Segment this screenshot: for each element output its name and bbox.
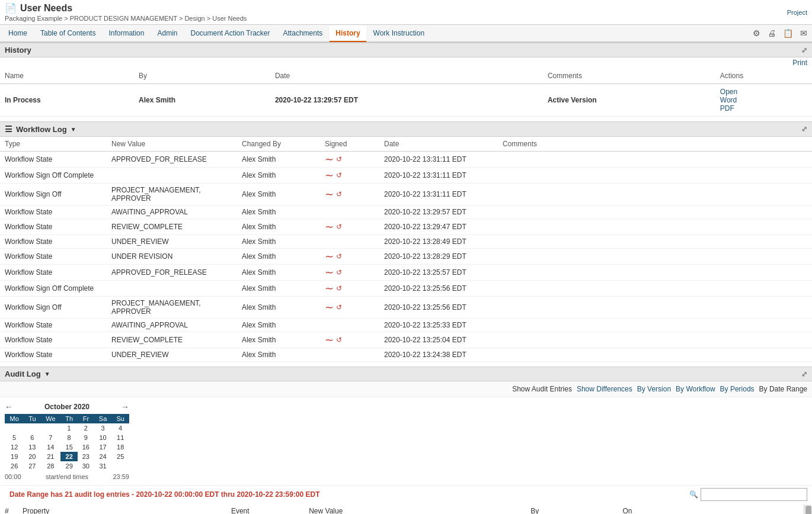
cal-day[interactable]: 28 bbox=[40, 461, 60, 471]
cal-day[interactable]: 31 bbox=[94, 461, 112, 471]
cal-day[interactable]: 22 bbox=[60, 452, 78, 461]
nav-information[interactable]: Information bbox=[103, 25, 150, 41]
history-table: Name By Date Comments Actions In Process… bbox=[0, 68, 812, 117]
wf-date: 2020-10-22 13:25:33 EDT bbox=[379, 319, 498, 332]
cal-day[interactable] bbox=[111, 461, 129, 471]
audit-col-newval[interactable]: New Value bbox=[304, 505, 526, 514]
wf-date: 2020-10-22 13:25:57 EDT bbox=[379, 265, 498, 281]
cal-day[interactable]: 16 bbox=[78, 442, 94, 452]
wf-comments bbox=[498, 319, 812, 332]
audit-col-by[interactable]: By bbox=[526, 505, 618, 514]
print-link[interactable]: Print bbox=[792, 59, 807, 67]
cal-day[interactable]: 29 bbox=[60, 461, 78, 471]
nav-icon-print[interactable]: 🖨 bbox=[765, 27, 778, 39]
cal-day[interactable]: 11 bbox=[111, 433, 129, 442]
wf-type: Workflow State bbox=[0, 235, 107, 249]
nav-icon-export[interactable]: 📋 bbox=[781, 27, 795, 39]
history-expand-icon[interactable]: ⤢ bbox=[801, 46, 807, 54]
cal-day[interactable]: 1 bbox=[60, 423, 78, 433]
calendar-prev[interactable]: ← bbox=[5, 402, 13, 412]
nav-home[interactable]: Home bbox=[2, 25, 33, 41]
search-input[interactable] bbox=[701, 488, 807, 501]
wf-type: Workflow State bbox=[0, 332, 107, 348]
cal-day-header: Su bbox=[111, 414, 129, 423]
show-differences-link[interactable]: Show Differences bbox=[577, 385, 632, 393]
wf-new-value: PROJECT_MANAGEMENT, APPROVER bbox=[107, 184, 237, 205]
cal-day[interactable]: 14 bbox=[40, 442, 60, 452]
workflow-dropdown-icon[interactable]: ▼ bbox=[71, 126, 76, 133]
cal-day[interactable] bbox=[5, 423, 24, 433]
audit-controls: Show Audit Entries Show Differences By V… bbox=[0, 381, 812, 397]
cal-day[interactable]: 30 bbox=[78, 461, 94, 471]
nav-icon-filter[interactable]: ⚙ bbox=[750, 27, 763, 39]
wf-type: Workflow State bbox=[0, 348, 107, 362]
cal-day[interactable]: 10 bbox=[94, 433, 112, 442]
calendar-next[interactable]: → bbox=[121, 402, 129, 412]
wf-date: 2020-10-22 13:29:47 EDT bbox=[379, 219, 498, 235]
cal-day[interactable]: 17 bbox=[94, 442, 112, 452]
audit-col-on[interactable]: On bbox=[618, 505, 812, 514]
scrollbar[interactable] bbox=[804, 505, 812, 514]
cal-day[interactable]: 25 bbox=[111, 452, 129, 461]
history-section: History ⤢ Print Name By Date Comments Ac… bbox=[0, 43, 812, 117]
workflow-row: Workflow Sign Off Complete Alex Smith ∼ … bbox=[0, 168, 812, 184]
history-date: 2020-10-22 13:29:57 EDT bbox=[270, 84, 543, 117]
history-row: In Process Alex Smith 2020-10-22 13:29:5… bbox=[0, 84, 812, 117]
nav-icon-email[interactable]: ✉ bbox=[798, 27, 810, 39]
cal-day[interactable]: 26 bbox=[5, 461, 24, 471]
nav-attachments[interactable]: Attachments bbox=[277, 25, 329, 41]
cal-day[interactable]: 9 bbox=[78, 433, 94, 442]
wf-signed: ∼ ↺ bbox=[320, 332, 379, 348]
audit-col-event[interactable]: Event bbox=[226, 505, 304, 514]
audit-dropdown-icon[interactable]: ▼ bbox=[44, 371, 50, 377]
cal-day[interactable]: 7 bbox=[40, 433, 60, 442]
cal-day[interactable]: 18 bbox=[111, 442, 129, 452]
cal-day[interactable]: 3 bbox=[94, 423, 112, 433]
cal-day[interactable]: 23 bbox=[78, 452, 94, 461]
cal-day[interactable]: 12 bbox=[5, 442, 24, 452]
wf-type: Workflow State bbox=[0, 319, 107, 332]
app-title: 📄 User Needs bbox=[5, 2, 247, 14]
nav-toc[interactable]: Table of Contents bbox=[34, 25, 101, 41]
project-link[interactable]: Project bbox=[787, 9, 807, 16]
cal-day[interactable]: 2 bbox=[78, 423, 94, 433]
wf-signed bbox=[320, 319, 379, 332]
workflow-section-header[interactable]: ☰ Workflow Log ▼ ⤢ bbox=[0, 121, 812, 137]
nav-work-instruction[interactable]: Work Instruction bbox=[367, 25, 430, 41]
cal-day[interactable]: 5 bbox=[5, 433, 24, 442]
cal-day[interactable]: 19 bbox=[5, 452, 24, 461]
nav-history[interactable]: History bbox=[330, 25, 366, 42]
cal-day[interactable] bbox=[40, 423, 60, 433]
cal-day[interactable]: 20 bbox=[24, 452, 40, 461]
wf-signed: ∼ ↺ bbox=[320, 152, 379, 168]
audit-col-property[interactable]: Property bbox=[18, 505, 226, 514]
action-open[interactable]: Open bbox=[720, 88, 807, 96]
nav-dat[interactable]: Document Action Tracker bbox=[184, 25, 276, 41]
cal-day[interactable]: 8 bbox=[60, 433, 78, 442]
by-workflow-link[interactable]: By Workflow bbox=[676, 385, 715, 393]
workflow-row: Workflow Sign Off PROJECT_MANAGEMENT, AP… bbox=[0, 297, 812, 319]
scrollbar-thumb[interactable] bbox=[805, 506, 811, 514]
audit-section-header[interactable]: Audit Log ▼ ⤢ bbox=[0, 367, 812, 381]
cal-day-header: Fr bbox=[78, 414, 94, 423]
cal-day[interactable] bbox=[24, 423, 40, 433]
cal-day[interactable]: 4 bbox=[111, 423, 129, 433]
cal-day[interactable]: 24 bbox=[94, 452, 112, 461]
cal-day[interactable]: 13 bbox=[24, 442, 40, 452]
cal-day[interactable]: 21 bbox=[40, 452, 60, 461]
audit-expand-icon[interactable]: ⤢ bbox=[801, 370, 807, 378]
by-version-link[interactable]: By Version bbox=[637, 385, 671, 393]
action-word[interactable]: Word bbox=[720, 96, 807, 104]
wf-changed-by: Alex Smith bbox=[237, 249, 320, 265]
history-section-header[interactable]: History ⤢ bbox=[0, 43, 812, 57]
nav-admin[interactable]: Admin bbox=[151, 25, 183, 41]
workflow-expand-icon[interactable]: ⤢ bbox=[801, 125, 807, 133]
action-pdf[interactable]: PDF bbox=[720, 104, 807, 113]
cal-day[interactable]: 6 bbox=[24, 433, 40, 442]
by-periods-link[interactable]: By Periods bbox=[720, 385, 755, 393]
wf-col-changedby: Changed By bbox=[237, 137, 320, 152]
wf-signed bbox=[320, 235, 379, 249]
cal-day[interactable]: 15 bbox=[60, 442, 78, 452]
cal-day-header: Th bbox=[60, 414, 78, 423]
cal-day[interactable]: 27 bbox=[24, 461, 40, 471]
